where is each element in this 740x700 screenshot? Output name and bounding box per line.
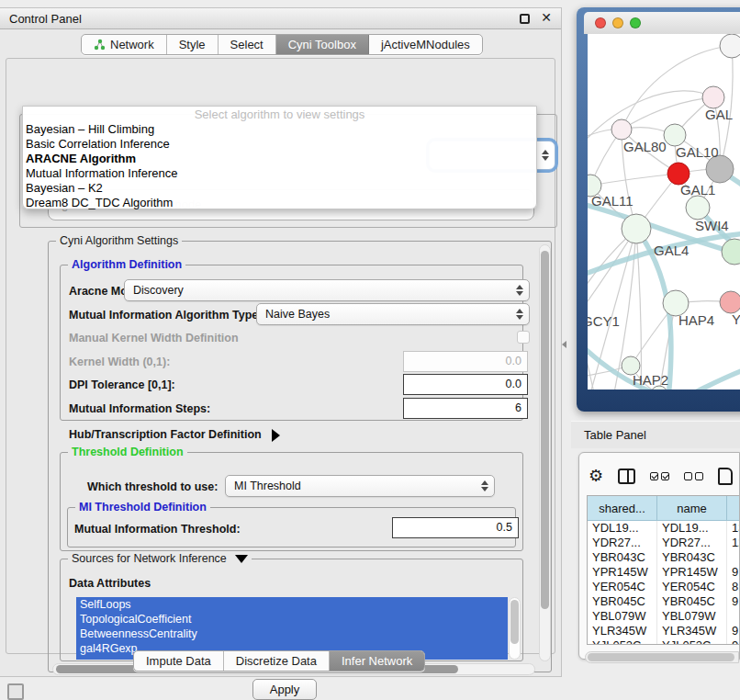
close-traffic-light-icon[interactable] [595, 17, 606, 28]
table-cell [727, 609, 739, 624]
network-edge[interactable] [590, 174, 678, 186]
table-column-header[interactable]: name [657, 496, 727, 521]
mi-type-label: Mutual Information Algorithm Type: [69, 309, 262, 322]
dropdown-item[interactable]: Dream8 DC_TDC Algorithm [23, 196, 536, 210]
network-node[interactable] [720, 34, 740, 58]
table-hscroll-thumb[interactable] [588, 653, 734, 661]
attribute-list-item[interactable]: BetweennessCentrality [76, 627, 508, 641]
network-canvas[interactable]: GALGAL80GAL10GAL1GAL11SWI4GAL4GCY1HAP4YH… [588, 34, 740, 390]
table-row[interactable]: YJL052CYJL052C9. [588, 638, 739, 645]
dropdown-item[interactable]: Bayesian – K2 [23, 181, 536, 196]
float-window-icon[interactable] [520, 14, 530, 24]
dropdown-item[interactable]: Basic Correlation Inference [23, 137, 536, 152]
tab-impute-data[interactable]: Impute Data [134, 651, 224, 671]
network-edge[interactable] [588, 130, 611, 145]
network-edge[interactable] [622, 97, 713, 130]
table-panel-header: Table Panel [571, 421, 740, 448]
tab-discretize-data[interactable]: Discretize Data [224, 651, 330, 671]
tab-label: Infer Network [342, 654, 412, 668]
table-row[interactable]: YDR27...YDR27...12 [588, 536, 739, 550]
table-horizontal-scrollbar[interactable] [585, 651, 739, 663]
table-cell: YBL079W [657, 609, 727, 624]
table-cell: 8. [727, 580, 739, 594]
table-row[interactable]: YLR345WYLR345W9. [588, 624, 739, 638]
table-row[interactable]: YBR043CYBR043C [588, 550, 739, 565]
table-row[interactable]: YDL19...YDL19...13 [588, 521, 739, 536]
network-node[interactable] [720, 291, 740, 313]
table-toolbar [589, 460, 739, 491]
data-attributes-label: Data Attributes [69, 577, 151, 590]
network-node[interactable] [686, 196, 710, 220]
close-icon[interactable] [541, 10, 552, 25]
network-node-label: HAP4 [678, 312, 714, 328]
show-columns-icon[interactable] [650, 472, 669, 480]
mi-type-combobox[interactable]: Naive Bayes [256, 303, 530, 325]
mi-threshold-input[interactable]: 0.5 [392, 517, 519, 538]
table-cell: YJL052C [588, 638, 657, 645]
mi-steps-input[interactable]: 6 [403, 398, 528, 419]
column-browser-icon[interactable] [618, 469, 635, 484]
table-column-header[interactable]: A [727, 496, 739, 521]
tab-select[interactable]: Select [219, 35, 276, 54]
tab-jactivemnodules[interactable]: jActiveMNodules [369, 35, 482, 54]
attributes-scrollbar[interactable] [509, 597, 521, 660]
table-cell: YJL052C [657, 638, 727, 645]
dropdown-item[interactable]: Bayesian – Hill Climbing [23, 122, 536, 137]
hub-definition-toggle[interactable]: Hub/Transcription Factor Definition [69, 428, 280, 442]
network-node[interactable] [611, 119, 632, 140]
table-cell: 9. [727, 624, 739, 638]
network-edge[interactable] [588, 229, 636, 327]
node-table[interactable]: shared...nameA YDL19...YDL19...13YDR27..… [587, 495, 739, 645]
minimize-traffic-light-icon[interactable] [612, 17, 623, 28]
table-row[interactable]: YPR145WYPR145W9. [588, 565, 739, 580]
gear-icon[interactable] [589, 468, 603, 484]
tab-network[interactable]: Network [82, 35, 167, 54]
settings-vertical-scrollbar[interactable] [539, 244, 551, 661]
table-row[interactable]: YBL079WYBL079W [588, 609, 739, 624]
tab-cyni-toolbox[interactable]: Cyni Toolbox [276, 35, 369, 54]
network-node[interactable] [664, 124, 686, 146]
splitpane-collapse-icon[interactable] [562, 341, 566, 348]
aracne-mode-value: Discovery [133, 284, 184, 297]
table-row[interactable]: YBR045CYBR045C9. [588, 594, 739, 609]
apply-button[interactable]: Apply [252, 679, 317, 700]
attributes-scrollbar-thumb[interactable] [510, 600, 519, 644]
dropdown-item[interactable]: Mutual Information Inference [23, 166, 536, 181]
table-row[interactable]: YER054CYER054C8. [588, 580, 739, 594]
dropdown-item[interactable]: ARACNE Algorithm [23, 152, 536, 166]
minimized-panel-icon[interactable] [7, 683, 24, 700]
aracne-mode-combobox[interactable]: Discovery [124, 279, 530, 301]
zoom-traffic-light-icon[interactable] [630, 17, 641, 28]
kernel-width-input[interactable]: 0.0 [403, 351, 528, 372]
which-threshold-combobox[interactable]: MI Threshold [225, 475, 495, 497]
which-threshold-value: MI Threshold [234, 480, 301, 492]
tab-label: Style [179, 38, 206, 51]
table-cell: YDL19... [657, 521, 727, 536]
network-node[interactable] [722, 239, 740, 265]
table-cell: 9. [727, 638, 739, 645]
attribute-list-item[interactable]: SelfLoops [76, 597, 508, 612]
network-node[interactable] [702, 86, 724, 108]
attribute-list-item[interactable]: TopologicalCoefficient [76, 612, 508, 627]
tab-style[interactable]: Style [167, 35, 219, 54]
network-node-label: GCY1 [588, 313, 620, 329]
table-column-header[interactable]: shared... [588, 496, 657, 521]
network-node[interactable] [622, 214, 651, 243]
table-panel-card: shared...nameA YDL19...YDL19...13YDR27..… [578, 452, 740, 660]
network-window-titlebar [584, 12, 740, 34]
table-panel-title: Table Panel [584, 428, 646, 442]
settings-vscroll-thumb[interactable] [541, 251, 549, 609]
cyni-bottom-tabbar: Impute DataDiscretize DataInfer Network [133, 650, 425, 672]
network-edge-highlighted[interactable] [667, 369, 740, 390]
control-panel-title: Control Panel [9, 12, 82, 26]
algorithm-dropdown-list: Select algorithm to view settings Bayesi… [22, 106, 537, 209]
tab-infer-network[interactable]: Infer Network [330, 651, 424, 671]
hide-columns-icon[interactable] [684, 472, 703, 480]
dpi-tolerance-input[interactable]: 0.0 [403, 374, 528, 395]
manual-kernel-checkbox[interactable] [517, 331, 530, 344]
sources-title[interactable]: Sources for Network Inference [68, 552, 252, 565]
new-table-icon[interactable] [718, 468, 733, 485]
network-view-window[interactable]: GALGAL80GAL10GAL1GAL11SWI4GAL4GCY1HAP4YH… [577, 7, 740, 412]
table-cell: 9. [727, 565, 739, 580]
network-node-label: HAP2 [633, 372, 668, 388]
